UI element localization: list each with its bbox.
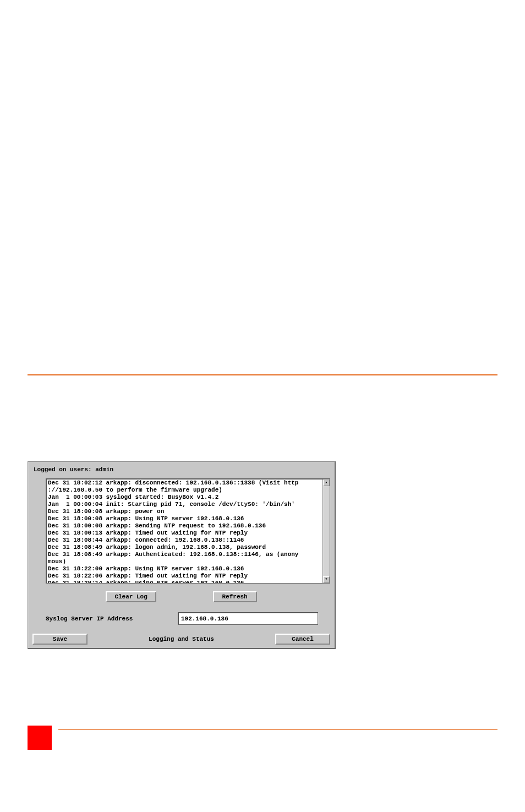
clear-log-button[interactable]: Clear Log <box>106 591 156 602</box>
syslog-row: Syslog Server IP Address <box>46 612 329 625</box>
log-content-text: Dec 31 18:02:12 arkapp: disconnected: 19… <box>48 479 323 584</box>
cancel-button[interactable]: Cancel <box>275 634 330 645</box>
divider-top <box>28 374 497 375</box>
save-button[interactable]: Save <box>32 634 88 645</box>
refresh-button[interactable]: Refresh <box>213 591 257 602</box>
divider-bottom <box>58 729 497 730</box>
scrollbar-track[interactable]: ▴ ▾ <box>322 479 330 583</box>
bottom-buttons-row: Save Logging and Status Cancel <box>32 634 330 645</box>
scroll-down-icon[interactable]: ▾ <box>323 576 330 583</box>
log-output-box: Dec 31 18:02:12 arkapp: disconnected: 19… <box>46 478 330 584</box>
syslog-server-label: Syslog Server IP Address <box>46 615 178 622</box>
syslog-server-input[interactable] <box>178 612 318 625</box>
log-buttons-row: Clear Log Refresh <box>34 591 329 602</box>
scroll-up-icon[interactable]: ▴ <box>323 479 330 486</box>
logged-on-users-label: Logged on users: admin <box>34 466 329 473</box>
red-square-icon <box>28 726 52 750</box>
logging-status-panel: Logged on users: admin Dec 31 18:02:12 a… <box>28 461 336 649</box>
panel-title: Logging and Status <box>88 636 275 642</box>
